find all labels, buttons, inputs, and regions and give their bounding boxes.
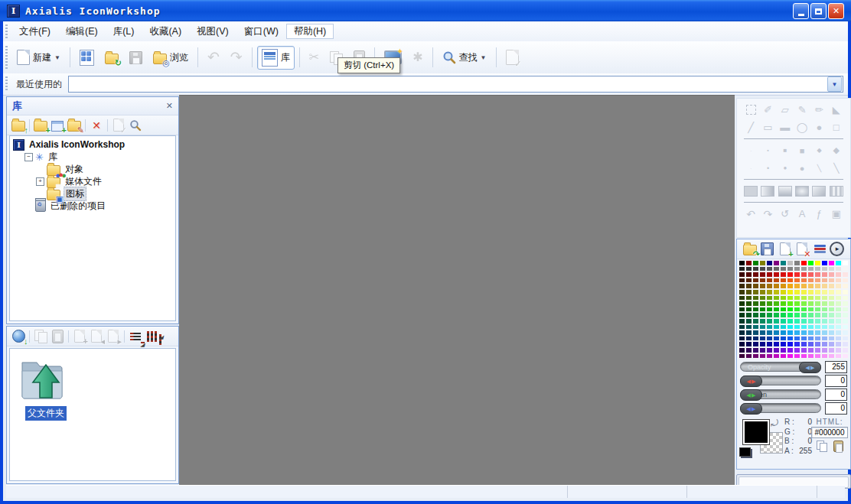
palette-color[interactable] — [821, 295, 828, 301]
new-library-button[interactable]: + — [49, 117, 66, 133]
palette-color[interactable] — [766, 318, 773, 324]
palette-color[interactable] — [842, 312, 849, 318]
palette-color[interactable] — [780, 283, 787, 289]
tree-item-3[interactable]: +▤ 媒体文件 — [10, 175, 175, 187]
palette-color[interactable] — [773, 336, 780, 342]
palette-color[interactable] — [739, 301, 745, 307]
red-slider-track[interactable]: Red ◀▶ — [740, 376, 821, 385]
palette-color[interactable] — [835, 347, 842, 353]
palette-color[interactable] — [773, 347, 780, 353]
palette-color[interactable] — [814, 330, 821, 336]
palette-color[interactable] — [814, 336, 821, 342]
palette-color[interactable] — [766, 301, 773, 307]
palette-color[interactable] — [759, 295, 766, 301]
palette-color[interactable] — [807, 341, 814, 347]
palette-color[interactable] — [842, 283, 849, 289]
palette-color[interactable] — [766, 289, 773, 295]
palette-color[interactable] — [739, 341, 745, 347]
palette-color[interactable] — [828, 266, 835, 272]
palette-color[interactable] — [745, 347, 752, 353]
palette-color[interactable] — [759, 330, 766, 336]
palette-color[interactable] — [752, 318, 759, 324]
palette-color[interactable] — [787, 318, 794, 324]
palette-color[interactable] — [814, 318, 821, 324]
palette-color[interactable] — [842, 301, 849, 307]
palette-color[interactable] — [821, 283, 828, 289]
palette-color[interactable] — [800, 289, 807, 295]
palette-color[interactable] — [745, 336, 752, 342]
save-palette-button[interactable] — [759, 241, 776, 257]
palette-color[interactable] — [835, 312, 842, 318]
palette-color[interactable] — [780, 330, 787, 336]
palette-color[interactable] — [821, 278, 828, 284]
menu-item-1[interactable]: 编辑(E) — [58, 24, 106, 39]
palette-color[interactable] — [828, 318, 835, 324]
palette-color[interactable] — [807, 353, 814, 359]
maximize-button[interactable] — [810, 3, 827, 19]
palette-color[interactable] — [752, 307, 759, 313]
palette-color[interactable] — [752, 278, 759, 284]
menu-item-0[interactable]: 文件(F) — [11, 24, 58, 39]
palette-color[interactable] — [814, 353, 821, 359]
palette-color[interactable] — [800, 312, 807, 318]
palette-color[interactable] — [766, 347, 773, 353]
edit-folder-button[interactable]: ✎ — [66, 117, 83, 133]
opacity-slider-track[interactable]: Opacity ◀▶ — [740, 362, 821, 372]
palette-color[interactable] — [759, 278, 766, 284]
palette-color[interactable] — [787, 266, 794, 272]
palette-color[interactable] — [842, 295, 849, 301]
palette-color[interactable] — [807, 330, 814, 336]
delete-button[interactable]: ✕ — [88, 117, 105, 133]
palette-color[interactable] — [752, 347, 759, 353]
palette-color[interactable] — [821, 336, 828, 342]
palette-color[interactable] — [773, 324, 780, 330]
palette-color[interactable] — [835, 301, 842, 307]
palette-color[interactable] — [821, 272, 828, 278]
palette-color[interactable] — [842, 266, 849, 272]
palette-color[interactable] — [794, 278, 800, 284]
palette-color[interactable] — [759, 341, 766, 347]
palette-color[interactable] — [780, 347, 787, 353]
palette-color[interactable] — [807, 289, 814, 295]
palette-color[interactable] — [739, 324, 745, 330]
view-details-button[interactable]: ◢ — [127, 328, 144, 344]
palette-color[interactable] — [745, 260, 752, 266]
tree-item-label[interactable]: 对象 — [64, 163, 85, 176]
palette-color[interactable] — [835, 260, 842, 266]
palette-color[interactable] — [759, 283, 766, 289]
html-color-field[interactable]: #000000 — [811, 427, 848, 438]
palette-color[interactable] — [759, 347, 766, 353]
palette-color[interactable] — [759, 312, 766, 318]
palette-color[interactable] — [835, 341, 842, 347]
tree-item-1[interactable]: −✳ 库 — [10, 151, 175, 163]
palette-color[interactable] — [787, 312, 794, 318]
palette-color[interactable] — [835, 278, 842, 284]
palette-color[interactable] — [739, 353, 745, 359]
chevron-down-icon[interactable]: ▼ — [481, 54, 487, 61]
palette-color[interactable] — [745, 301, 752, 307]
palette-color[interactable] — [828, 353, 835, 359]
palette-color[interactable] — [752, 324, 759, 330]
palette-color[interactable] — [766, 266, 773, 272]
palette-color[interactable] — [800, 324, 807, 330]
palette-color[interactable] — [794, 283, 800, 289]
palette-color[interactable] — [800, 295, 807, 301]
palette-color[interactable] — [800, 336, 807, 342]
palette-color[interactable] — [787, 330, 794, 336]
palette-color[interactable] — [773, 272, 780, 278]
red-slider[interactable]: Red ◀▶ 0 — [740, 374, 847, 387]
palette-color[interactable] — [807, 301, 814, 307]
palette-color[interactable] — [752, 312, 759, 318]
palette-color[interactable] — [745, 353, 752, 359]
palette-color[interactable] — [821, 301, 828, 307]
palette-color[interactable] — [842, 278, 849, 284]
delete-palette-button[interactable]: ✕ — [794, 241, 810, 257]
palette-color[interactable] — [800, 318, 807, 324]
palette-color[interactable] — [807, 283, 814, 289]
palette-color[interactable] — [759, 336, 766, 342]
palette-color[interactable] — [800, 278, 807, 284]
open-palette-button[interactable]: ↷ — [742, 241, 758, 257]
palette-color[interactable] — [794, 341, 800, 347]
palette-color[interactable] — [807, 307, 814, 313]
new-palette-button[interactable]: + — [777, 241, 794, 257]
